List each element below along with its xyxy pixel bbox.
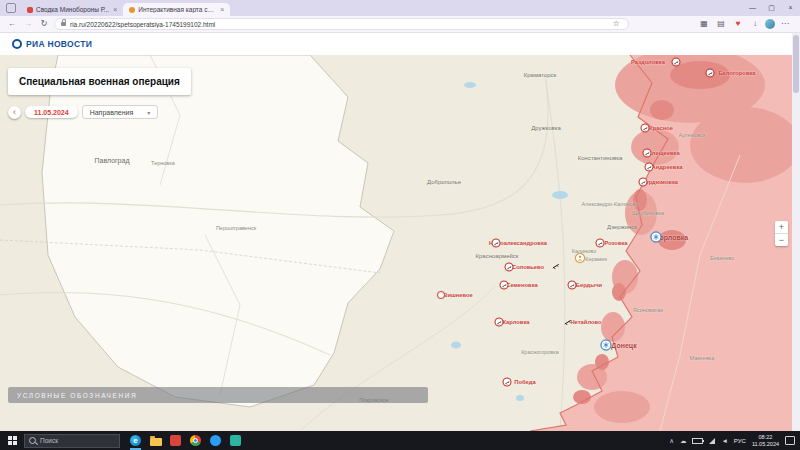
- address-bar[interactable]: ria.ru/20220622/spetsoperatsiya-17451991…: [54, 18, 629, 30]
- ring-marker[interactable]: [437, 291, 445, 299]
- legend-bar[interactable]: УСЛОВНЫЕ ОБОЗНАЧЕНИЯ: [8, 387, 428, 403]
- search-icon: [29, 437, 36, 444]
- battle-marker[interactable]: [503, 378, 512, 387]
- zoom-out-button[interactable]: −: [775, 234, 788, 246]
- battle-marker[interactable]: [492, 239, 501, 248]
- app-teal-icon: [230, 435, 241, 446]
- gun-marker[interactable]: [564, 318, 573, 327]
- bookmark-star-icon[interactable]: ☆: [610, 18, 622, 30]
- map-label: Першотравенск: [216, 225, 256, 231]
- battle-marker[interactable]: [641, 124, 650, 133]
- profile-avatar[interactable]: [765, 19, 775, 29]
- date-chip[interactable]: 11.05.2024: [25, 106, 78, 118]
- battle-marker[interactable]: [639, 178, 648, 187]
- battle-marker[interactable]: [645, 163, 654, 172]
- tab-list-icon[interactable]: [6, 3, 16, 13]
- collections-icon[interactable]: ▤: [714, 18, 728, 30]
- menu-icon[interactable]: ⋯: [778, 18, 792, 30]
- tray-expand-icon[interactable]: ∧: [669, 436, 674, 446]
- extensions-icon[interactable]: ▦: [697, 18, 711, 30]
- blue-marker[interactable]: [651, 232, 662, 243]
- panel-title: Специальная военная операция: [19, 76, 180, 87]
- notification-icon[interactable]: [785, 436, 795, 445]
- person-marker[interactable]: [575, 253, 585, 263]
- refresh-icon[interactable]: ↻: [38, 18, 50, 30]
- map-label: Керамик: [585, 256, 607, 262]
- taskbar-search[interactable]: [24, 434, 120, 448]
- taskbar-clock[interactable]: 08:22 11.05.2024: [752, 434, 779, 447]
- network-icon[interactable]: [709, 438, 715, 444]
- toolbar-actions: ▦ ▤ ♥ ↓ ⋯: [697, 18, 794, 30]
- bookmarks-heart-icon[interactable]: ♥: [731, 18, 745, 30]
- site-logo[interactable]: РИА НОВОСТИ: [26, 39, 92, 49]
- ria-logo-icon: [12, 39, 22, 49]
- downloads-icon[interactable]: ↓: [748, 18, 762, 30]
- clock-time: 08:22: [752, 434, 779, 441]
- battle-marker[interactable]: [495, 318, 504, 327]
- blue-marker[interactable]: [601, 340, 612, 351]
- map-label: Соловьево: [512, 264, 544, 270]
- start-button[interactable]: [0, 431, 24, 450]
- tab-close-icon[interactable]: ×: [113, 6, 117, 13]
- battle-marker[interactable]: [568, 281, 577, 290]
- map-label: Розовка: [604, 240, 627, 246]
- app-teal-taskbar-icon[interactable]: [229, 434, 242, 447]
- tab2-favicon: [129, 7, 135, 13]
- app-blue-taskbar-icon[interactable]: [209, 434, 222, 447]
- forward-icon[interactable]: →: [22, 18, 34, 30]
- browser-tab-1[interactable]: Сводка Минобороны Р... ×: [21, 3, 123, 16]
- map-label: Красноармейск: [476, 253, 519, 259]
- chevron-down-icon: ▾: [147, 109, 150, 116]
- scrollbar-thumb[interactable]: [793, 35, 799, 93]
- browser-toolbar: ← → ↻ ria.ru/20220622/spetsoperatsiya-17…: [0, 16, 800, 33]
- url-text[interactable]: ria.ru/20220622/spetsoperatsiya-17451991…: [70, 21, 606, 28]
- edge-taskbar-icon[interactable]: [129, 434, 142, 447]
- cloud-icon[interactable]: ☁: [680, 436, 687, 446]
- close-button[interactable]: ×: [781, 0, 800, 16]
- app-red-taskbar-icon[interactable]: [169, 434, 182, 447]
- map[interactable]: КраматорскДружковкаКонстантиновкаДобропо…: [0, 55, 792, 431]
- app-blue-icon: [210, 435, 221, 446]
- chrome-taskbar-icon[interactable]: [189, 434, 202, 447]
- minimize-button[interactable]: —: [743, 0, 762, 16]
- map-label: Семеновка: [506, 282, 538, 288]
- lock-icon: [61, 22, 66, 26]
- map-label: Макеевка: [690, 355, 715, 361]
- prev-date-button[interactable]: ‹: [8, 106, 21, 119]
- language-indicator[interactable]: РУС: [734, 438, 746, 444]
- page-scrollbar[interactable]: [792, 33, 800, 431]
- browser-tab-2[interactable]: Интерактивная карта сп... ×: [123, 3, 230, 16]
- directions-select[interactable]: Направления ▾: [82, 105, 159, 119]
- map-label: Дружковка: [531, 125, 561, 131]
- volume-icon[interactable]: ◄: [721, 436, 727, 446]
- map-label: Нетайлово: [570, 319, 601, 325]
- map-label: Клещеевка: [648, 150, 679, 156]
- back-icon[interactable]: ←: [6, 18, 18, 30]
- screen: Сводка Минобороны Р... × Интерактивная к…: [0, 0, 800, 450]
- map-label: Раздоловка: [631, 59, 665, 65]
- map-controls: ‹ 11.05.2024 Направления ▾: [8, 105, 158, 119]
- battle-marker[interactable]: [643, 149, 652, 158]
- battle-marker[interactable]: [706, 69, 715, 78]
- battle-marker[interactable]: [500, 281, 509, 290]
- zoom-in-button[interactable]: +: [775, 221, 788, 234]
- battle-marker[interactable]: [596, 239, 605, 248]
- map-label: Калиново: [572, 248, 597, 254]
- tab-close-icon[interactable]: ×: [220, 6, 224, 13]
- site-header: РИА НОВОСТИ: [0, 33, 800, 55]
- gun-marker[interactable]: [552, 262, 561, 271]
- clock-date: 11.05.2024: [752, 441, 779, 448]
- explorer-taskbar-icon[interactable]: [149, 434, 162, 447]
- legend-label: УСЛОВНЫЕ ОБОЗНАЧЕНИЯ: [17, 392, 137, 399]
- search-input[interactable]: [40, 437, 110, 444]
- directions-label: Направления: [90, 109, 134, 116]
- zoom-control: + −: [775, 221, 788, 246]
- map-label: Артемовск: [679, 132, 706, 138]
- battle-marker[interactable]: [672, 58, 681, 67]
- folder-icon: [150, 438, 162, 446]
- maximize-button[interactable]: ▢: [762, 0, 781, 16]
- battery-icon[interactable]: [692, 438, 703, 444]
- battle-marker[interactable]: [505, 263, 514, 272]
- map-label: Александро-Калиново: [582, 201, 639, 207]
- map-label: Бердычи: [576, 282, 602, 288]
